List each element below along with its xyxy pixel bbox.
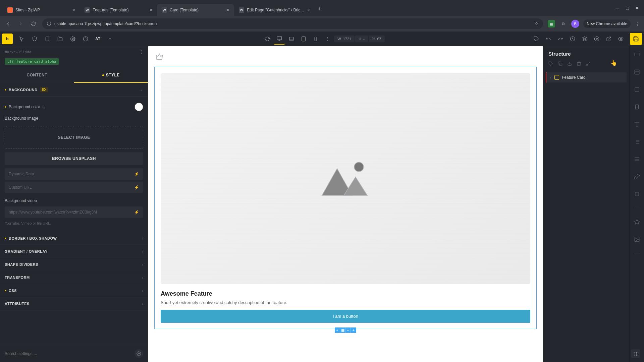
class-chip[interactable]: .fr-feature-card-alpha: [5, 58, 59, 65]
tag-icon[interactable]: [548, 61, 553, 67]
undo-icon[interactable]: [543, 33, 554, 45]
copy-icon[interactable]: [558, 61, 562, 67]
folder-icon[interactable]: [54, 33, 66, 45]
menu-icon[interactable]: [633, 156, 641, 163]
gear-icon[interactable]: [135, 349, 143, 358]
profile-avatar[interactable]: B: [571, 20, 579, 28]
download-icon[interactable]: [567, 61, 572, 67]
close-window-icon[interactable]: ✕: [635, 6, 639, 10]
url-input[interactable]: ⓘ usable-upasana-7ge.zipwp.top/template/…: [42, 18, 543, 29]
list-icon[interactable]: [633, 138, 641, 145]
select-image-button[interactable]: SELECT IMAGE: [5, 126, 143, 149]
update-chrome-button[interactable]: New Chrome available: [583, 19, 631, 28]
custom-url-input[interactable]: Custom URL ⚡: [5, 182, 143, 193]
back-button[interactable]: [4, 20, 12, 28]
external-link-icon[interactable]: [603, 33, 614, 45]
add-element-icon[interactable]: +: [104, 33, 116, 45]
image-icon[interactable]: [633, 236, 641, 243]
grid-icon[interactable]: ▦: [340, 327, 345, 333]
width-input[interactable]: W1721: [334, 36, 355, 42]
save-button[interactable]: [630, 33, 642, 45]
section-icon[interactable]: [633, 51, 641, 58]
div-icon[interactable]: [633, 103, 641, 111]
bricks-logo[interactable]: b: [2, 34, 13, 44]
feature-card-element[interactable]: Awesome Feature Short yet extremely crea…: [154, 67, 537, 329]
element-id[interactable]: #brxe-151ddd: [5, 50, 31, 54]
forward-button[interactable]: [17, 20, 25, 28]
breakpoint-menu-icon[interactable]: ⋮: [322, 33, 333, 45]
css-badge[interactable]: { }: [631, 349, 640, 358]
css-section-head[interactable]: CSS ›: [0, 284, 148, 297]
square-icon[interactable]: [633, 190, 641, 198]
browser-tab-3[interactable]: W Card (Template) ×: [157, 4, 234, 16]
browser-tab-4[interactable]: W Edit Page "Gutenbricks" ‹ Brick... ×: [234, 4, 315, 16]
structure-item-feature-card[interactable]: › Feature Card: [546, 72, 627, 82]
card-image-placeholder[interactable]: [161, 73, 530, 284]
bolt-icon[interactable]: ⚡: [134, 172, 139, 176]
card-title[interactable]: Awesome Feature: [161, 290, 530, 297]
shield-icon[interactable]: [29, 33, 40, 45]
element-menu-icon[interactable]: ⋮: [139, 50, 143, 54]
close-icon[interactable]: ×: [307, 7, 310, 13]
settings-icon[interactable]: [67, 33, 78, 45]
new-tab-button[interactable]: +: [315, 2, 325, 16]
mobile-breakpoint-icon[interactable]: [310, 33, 321, 45]
link-icon[interactable]: [633, 173, 641, 180]
add-icon[interactable]: +: [335, 327, 340, 333]
browse-unsplash-button[interactable]: BROWSE UNSPLASH: [5, 152, 143, 165]
trash-icon[interactable]: [577, 61, 581, 67]
star-icon[interactable]: [633, 218, 641, 226]
dynamic-data-input[interactable]: Dynamic Data ⚡: [5, 168, 143, 180]
attributes-section-head[interactable]: ATTRIBUTES ›: [0, 297, 148, 310]
close-icon[interactable]: ×: [150, 7, 152, 13]
bolt-icon[interactable]: ⚡: [134, 210, 139, 215]
browser-tab-1[interactable]: Sites - ZipWP ×: [3, 4, 80, 16]
at-label[interactable]: AT: [93, 37, 103, 41]
class-icon[interactable]: [531, 33, 542, 45]
container-icon[interactable]: [633, 68, 641, 76]
style-tab[interactable]: STYLE: [74, 68, 148, 83]
border-section-head[interactable]: BORDER / BOX SHADOW ›: [0, 232, 148, 245]
cursor-tool-icon[interactable]: [16, 33, 28, 45]
bolt-icon[interactable]: ⚡: [134, 185, 139, 190]
close-icon[interactable]: ×: [72, 7, 75, 13]
search-settings-input[interactable]: [5, 351, 131, 356]
canvas[interactable]: Awesome Feature Short yet extremely crea…: [148, 46, 543, 362]
add-icon-2[interactable]: +: [345, 327, 351, 333]
minimize-icon[interactable]: —: [615, 6, 620, 10]
refresh-icon[interactable]: [262, 33, 273, 45]
browser-menu-icon[interactable]: ⋮: [635, 21, 640, 27]
shape-section-head[interactable]: SHAPE DIVIDERS ›: [0, 258, 148, 271]
zoom-input[interactable]: %67: [369, 36, 385, 42]
browser-tab-2[interactable]: W Features (Template) ×: [80, 4, 157, 16]
expand-icon[interactable]: [586, 61, 591, 67]
bookmark-icon[interactable]: ☆: [535, 21, 538, 26]
preview-icon[interactable]: [615, 33, 627, 45]
chevron-right-icon[interactable]: ›: [550, 75, 551, 80]
desktop-breakpoint-icon[interactable]: [274, 33, 285, 45]
height-input[interactable]: H-: [355, 36, 368, 42]
background-section-head[interactable]: BACKGROUNDID ⌄: [0, 83, 148, 97]
block-icon[interactable]: [633, 86, 641, 93]
site-info-icon[interactable]: ⓘ: [47, 21, 51, 27]
help-icon[interactable]: [80, 33, 91, 45]
text-icon[interactable]: [633, 121, 641, 128]
link-icon[interactable]: ⎘: [43, 105, 45, 109]
reload-button[interactable]: [30, 20, 38, 28]
wordpress-icon[interactable]: [591, 33, 602, 45]
layers-icon[interactable]: [579, 33, 590, 45]
laptop-breakpoint-icon[interactable]: [286, 33, 297, 45]
card-button[interactable]: I am a button: [161, 310, 530, 323]
maximize-icon[interactable]: ▢: [626, 6, 629, 10]
add-icon-3[interactable]: +: [351, 327, 356, 333]
tablet-breakpoint-icon[interactable]: [298, 33, 309, 45]
close-icon[interactable]: ×: [227, 7, 229, 13]
card-description[interactable]: Short yet extremely creative and catchy …: [161, 300, 530, 305]
extension-icon[interactable]: ▦: [548, 20, 555, 27]
content-tab[interactable]: CONTENT: [0, 68, 74, 83]
gradient-section-head[interactable]: GRADIENT / OVERLAY ›: [0, 245, 148, 258]
transform-section-head[interactable]: TRANSFORM ›: [0, 271, 148, 284]
bg-video-input[interactable]: https://www.youtube.com/watch?v=rzfmZC3k…: [5, 206, 143, 218]
extensions-icon[interactable]: ⧉: [559, 20, 567, 28]
redo-icon[interactable]: [555, 33, 566, 45]
